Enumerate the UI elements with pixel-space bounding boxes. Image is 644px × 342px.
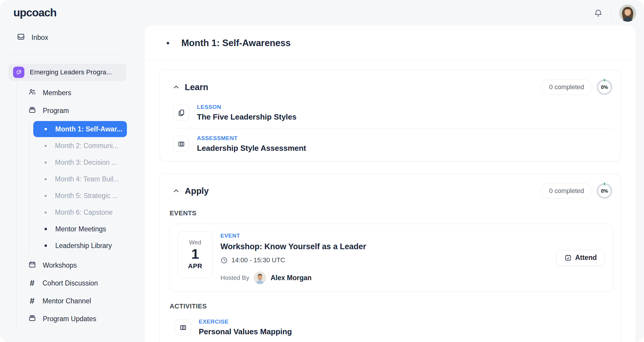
user-avatar[interactable] <box>619 4 636 22</box>
chevron-up-icon[interactable] <box>172 83 181 92</box>
sidebar-item-label: Month 6: Capstone <box>55 208 113 217</box>
sidebar-item-inbox[interactable]: Inbox <box>17 33 145 43</box>
learn-section-header: Learn 0 completed 0% <box>160 70 621 98</box>
pages-icon <box>173 105 189 121</box>
item-type-label: EVENT <box>220 233 549 239</box>
progress-tick <box>604 79 605 81</box>
sidebar-item-month-1[interactable]: Month 1: Self-Awar... <box>33 121 127 137</box>
bullet-dot <box>45 128 47 130</box>
apply-section-header: Apply 0 completed 0% <box>160 174 621 202</box>
item-divider <box>173 128 613 128</box>
bullet-dot <box>45 244 47 247</box>
sidebar-item-workshops[interactable]: Workshops <box>17 256 145 274</box>
archive-icon <box>28 106 36 116</box>
topbar-actions <box>593 0 636 26</box>
progress-ring: 0% <box>597 79 612 95</box>
apply-section-card: Apply 0 completed 0% EVENTS Wed 1 AP <box>160 173 621 342</box>
sidebar-item-leadership-library[interactable]: Leadership Library <box>29 242 145 250</box>
lesson-item[interactable]: LESSON The Five Leadership Styles <box>173 104 613 122</box>
calendar-icon <box>28 261 36 270</box>
bullet-dot <box>45 161 47 164</box>
item-type-label: EXERCISE <box>199 319 292 325</box>
program-months-subtree: Month 1: Self-Awar... Month 2: Communi..… <box>29 120 145 255</box>
hash-icon: # <box>28 278 36 288</box>
item-type-label: LESSON <box>197 104 296 110</box>
page-content: Learn 0 completed 0% <box>145 61 635 342</box>
event-time: 14:00 - 15:30 UTC <box>231 256 285 264</box>
sidebar-item-label: Month 3: Decision ... <box>55 159 117 167</box>
program-dolphin-icon <box>13 67 24 78</box>
event-date-tile: Wed 1 APR <box>178 231 213 278</box>
bullet-dot <box>45 228 47 230</box>
bullet-dot <box>45 178 47 180</box>
section-title: Learn <box>185 82 208 92</box>
brand-logo: upcoach <box>13 7 56 19</box>
columns-icon <box>173 136 189 152</box>
bullet-dot <box>45 211 47 214</box>
progress-percent: 0% <box>601 188 608 194</box>
item-title: Personal Values Mapping <box>199 327 292 336</box>
host-name: Alex Morgan <box>271 274 312 282</box>
sidebar-item-month-3[interactable]: Month 3: Decision ... <box>29 159 145 167</box>
event-day-number: 1 <box>191 246 199 262</box>
members-icon <box>28 88 36 98</box>
sidebar-item-label: Program <box>43 107 69 115</box>
sidebar-item-label: Cohort Discussion <box>42 279 98 287</box>
sidebar-item-label: Month 5: Strategic ... <box>55 192 118 200</box>
sidebar-divider <box>8 54 126 54</box>
columns-icon <box>175 319 191 335</box>
sidebar-item-program[interactable]: Program <box>17 102 145 120</box>
app-window: upcoach Inbox Emerging Leaders Prog <box>0 0 644 342</box>
exercise-item[interactable]: EXERCISE Personal Values Mapping <box>175 319 613 336</box>
sidebar-item-label: Leadership Library <box>55 242 112 250</box>
event-month: APR <box>188 262 202 270</box>
completed-count-badge: 0 completed <box>541 79 592 95</box>
sidebar-item-month-2[interactable]: Month 2: Communi... <box>29 142 145 150</box>
calendar-check-icon <box>564 254 572 261</box>
sidebar-item-month-6[interactable]: Month 6: Capstone <box>29 208 145 217</box>
item-title: The Five Leadership Styles <box>197 112 296 122</box>
sidebar-program-group[interactable]: Emerging Leaders Progra... <box>8 64 126 81</box>
page-title-bullet: • <box>166 38 170 48</box>
activities-group-label: ACTIVITIES <box>170 302 613 310</box>
bullet-dot <box>45 195 47 197</box>
sidebar-item-month-5[interactable]: Month 5: Strategic ... <box>29 192 145 200</box>
notifications-bell-icon[interactable] <box>593 8 603 18</box>
page-header: • Month 1: Self-Awareness <box>145 26 635 61</box>
sidebar-item-label: Mentor Meetings <box>55 225 106 233</box>
inbox-icon <box>17 33 25 43</box>
sidebar-item-mentor-channel[interactable]: # Mentor Channel <box>17 292 145 310</box>
sidebar-item-mentor-meetings[interactable]: Mentor Meetings <box>29 225 145 233</box>
page-title: Month 1: Self-Awareness <box>181 38 291 48</box>
completed-count-badge: 0 completed <box>541 183 592 199</box>
event-title: Workshop: Know Yourself as a Leader <box>220 242 549 251</box>
assessment-item[interactable]: ASSESSMENT Leadership Style Assessment <box>173 135 613 153</box>
sidebar-item-label: Mentor Channel <box>42 297 91 305</box>
sidebar-item-label: Members <box>43 89 71 97</box>
main-panel: • Month 1: Self-Awareness Learn 0 comple… <box>145 26 635 342</box>
sidebar-item-label: Inbox <box>31 34 48 42</box>
progress-percent: 0% <box>601 84 608 90</box>
event-day-of-week: Wed <box>189 239 201 246</box>
program-name: Emerging Leaders Progra... <box>30 68 112 76</box>
hosted-by-label: Hosted By <box>220 274 249 281</box>
sidebar-item-cohort-discussion[interactable]: # Cohort Discussion <box>17 274 145 292</box>
progress-ring: 0% <box>597 183 612 199</box>
item-title: Leadership Style Assessment <box>197 144 306 153</box>
host-avatar <box>254 272 266 284</box>
sidebar-item-label: Workshops <box>43 261 77 269</box>
section-title: Apply <box>185 186 209 196</box>
events-group-label: EVENTS <box>170 209 613 217</box>
sidebar-item-month-4[interactable]: Month 4: Team Buil... <box>29 175 145 183</box>
chevron-up-icon[interactable] <box>172 186 181 195</box>
sidebar: upcoach Inbox Emerging Leaders Prog <box>0 0 145 342</box>
sidebar-item-members[interactable]: Members <box>17 84 145 102</box>
attend-button-label: Attend <box>575 254 597 262</box>
event-card: Wed 1 APR EVENT Workshop: Know Yourself … <box>170 224 613 292</box>
learn-section-card: Learn 0 completed 0% <box>160 70 621 161</box>
hash-icon: # <box>28 296 36 306</box>
attend-button[interactable]: Attend <box>556 250 605 266</box>
sidebar-item-label: Month 2: Communi... <box>55 142 118 150</box>
sidebar-item-program-updates[interactable]: Program Updates <box>17 310 145 328</box>
topbar-divider <box>611 6 611 20</box>
